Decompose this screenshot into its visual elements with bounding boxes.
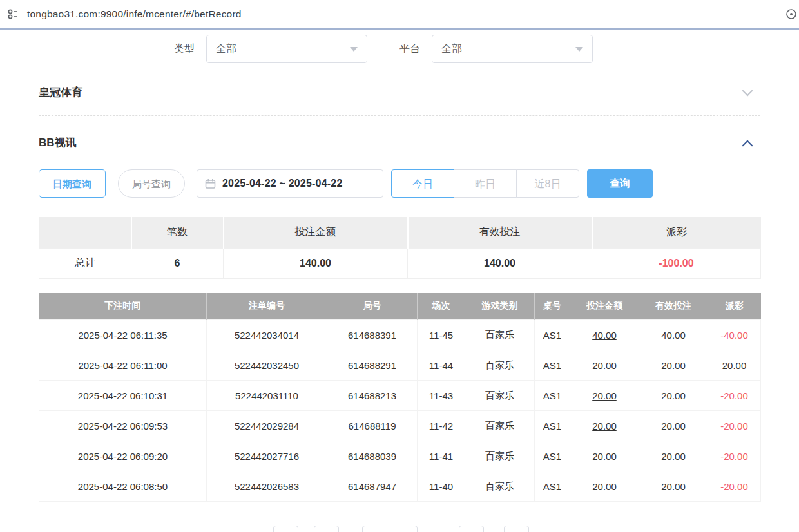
cell-order-id: 522442034014 xyxy=(207,320,327,350)
cell-order-id: 522442026583 xyxy=(207,471,327,502)
cell-round-id: 614688291 xyxy=(327,350,418,381)
cell-game-type: 百家乐 xyxy=(465,320,535,350)
platform-select-value: 全部 xyxy=(441,43,462,56)
quick-yesterday-button[interactable]: 昨日 xyxy=(454,169,517,198)
search-button[interactable]: 查询 xyxy=(587,169,653,198)
cell-payout: -20.00 xyxy=(708,441,761,471)
browser-address-bar: tongbao31.com:9900/infe/mcenter/#/betRec… xyxy=(0,0,799,30)
url-text[interactable]: tongbao31.com:9900/infe/mcenter/#/betRec… xyxy=(27,8,777,20)
type-select-value: 全部 xyxy=(216,43,236,56)
date-query-tab[interactable]: 日期查询 xyxy=(39,169,106,198)
summary-bet-amount-value: 140.00 xyxy=(224,248,408,278)
cell-order-id: 522442029284 xyxy=(207,411,327,441)
summary-header-blank xyxy=(39,217,131,248)
calendar-icon xyxy=(205,178,216,189)
cell-bet-amount[interactable]: 20.00 xyxy=(570,441,639,471)
browser-extension-icon[interactable] xyxy=(785,8,798,21)
pagination-prev-button[interactable] xyxy=(314,526,339,532)
section-crown-sports-title: 皇冠体育 xyxy=(39,85,82,100)
cell-session: 11-44 xyxy=(418,350,465,381)
cell-session: 11-43 xyxy=(418,381,465,411)
quick-today-button[interactable]: 今日 xyxy=(391,169,454,198)
pagination-first-button[interactable] xyxy=(273,526,298,532)
cell-valid-bet: 20.00 xyxy=(639,381,708,411)
bet-table-column-header: 注单编号 xyxy=(207,293,327,320)
browser-tabs-icon[interactable] xyxy=(6,8,19,21)
chevron-up-icon[interactable] xyxy=(742,140,753,151)
cell-bet-amount[interactable]: 20.00 xyxy=(570,381,639,411)
bet-table-column-header: 场次 xyxy=(418,293,465,320)
cell-table-id: AS1 xyxy=(535,381,570,411)
cell-round-id: 614688119 xyxy=(327,411,418,441)
cell-bet-time: 2025-04-22 06:09:20 xyxy=(39,441,207,471)
chevron-down-icon xyxy=(350,47,358,52)
summary-header-valid-bet: 有效投注 xyxy=(408,217,592,248)
round-query-tab[interactable]: 局号查询 xyxy=(118,169,185,198)
section-bb-video[interactable]: BB视讯 xyxy=(39,135,760,150)
cell-payout: 20.00 xyxy=(708,350,761,381)
type-filter-label: 类型 xyxy=(174,43,195,56)
bet-table-row: 2025-04-22 06:09:53522442029284614688119… xyxy=(39,411,761,441)
cell-valid-bet: 20.00 xyxy=(639,441,708,471)
cell-bet-amount[interactable]: 20.00 xyxy=(570,471,639,502)
summary-header-count: 笔数 xyxy=(131,217,224,248)
cell-table-id: AS1 xyxy=(535,441,570,471)
cell-payout: -20.00 xyxy=(708,471,761,502)
cell-valid-bet: 20.00 xyxy=(639,411,708,441)
bet-table-row: 2025-04-22 06:09:20522442027716614688039… xyxy=(39,441,761,471)
quick-last8days-button[interactable]: 近8日 xyxy=(516,169,579,198)
cell-payout: -20.00 xyxy=(708,381,761,411)
section-bb-video-title: BB视讯 xyxy=(39,135,77,150)
pagination-next-button[interactable] xyxy=(459,526,484,532)
date-range-input[interactable]: 2025-04-22 ~ 2025-04-22 xyxy=(197,169,383,198)
cell-session: 11-45 xyxy=(418,320,465,350)
pagination-last-button[interactable] xyxy=(504,526,529,532)
cell-bet-time: 2025-04-22 06:11:00 xyxy=(39,350,207,381)
cell-bet-time: 2025-04-22 06:10:31 xyxy=(39,381,207,411)
bet-table-body: 2025-04-22 06:11:35522442034014614688391… xyxy=(39,320,761,502)
cell-bet-time: 2025-04-22 06:08:50 xyxy=(39,471,207,502)
bet-table-row: 2025-04-22 06:08:50522442026583614687947… xyxy=(39,471,761,502)
pagination-pager[interactable] xyxy=(362,526,418,532)
cell-game-type: 百家乐 xyxy=(465,441,535,471)
bet-record-page: 类型 全部 平台 全部 皇冠体育 BB视讯 日期查询 局号查询 xyxy=(0,35,799,532)
cell-bet-amount[interactable]: 20.00 xyxy=(570,411,639,441)
bet-record-table: 下注时间注单编号局号场次游戏类别桌号投注金额有效投注派彩 2025-04-22 … xyxy=(39,293,761,502)
cell-table-id: AS1 xyxy=(535,411,570,441)
cell-table-id: AS1 xyxy=(535,320,570,350)
date-range-value: 2025-04-22 ~ 2025-04-22 xyxy=(222,178,343,189)
platform-filter-label: 平台 xyxy=(400,43,420,56)
cell-session: 11-42 xyxy=(418,411,465,441)
cell-game-type: 百家乐 xyxy=(465,381,535,411)
cell-round-id: 614688391 xyxy=(327,320,418,350)
platform-select[interactable]: 全部 xyxy=(432,35,593,63)
bet-table-column-header: 派彩 xyxy=(708,293,761,320)
bet-table-row: 2025-04-22 06:11:00522442032450614688291… xyxy=(39,350,761,381)
cell-table-id: AS1 xyxy=(535,350,570,381)
type-select[interactable]: 全部 xyxy=(206,35,367,63)
bet-table-header-row: 下注时间注单编号局号场次游戏类别桌号投注金额有效投注派彩 xyxy=(39,293,761,320)
section-crown-sports[interactable]: 皇冠体育 xyxy=(39,85,760,100)
cell-round-id: 614687947 xyxy=(327,471,418,502)
cell-payout: -20.00 xyxy=(708,411,761,441)
chevron-down-icon xyxy=(575,47,583,52)
summary-header-payout: 派彩 xyxy=(592,217,761,248)
summary-count-value: 6 xyxy=(131,248,224,278)
cell-payout: -40.00 xyxy=(708,320,761,350)
cell-game-type: 百家乐 xyxy=(465,411,535,441)
cell-session: 11-40 xyxy=(418,471,465,502)
cell-bet-amount[interactable]: 40.00 xyxy=(570,320,639,350)
cell-bet-time: 2025-04-22 06:11:35 xyxy=(39,320,207,350)
bet-table-column-header: 下注时间 xyxy=(39,293,207,320)
filter-row: 类型 全部 平台 全部 xyxy=(39,35,760,63)
cell-table-id: AS1 xyxy=(535,471,570,502)
cell-game-type: 百家乐 xyxy=(465,471,535,502)
bet-table-column-header: 游戏类别 xyxy=(465,293,535,320)
chevron-down-icon[interactable] xyxy=(742,85,753,96)
query-toolbar: 日期查询 局号查询 2025-04-22 ~ 2025-04-22 今日 昨日 … xyxy=(39,169,760,198)
summary-total-row: 总计 6 140.00 140.00 -100.00 xyxy=(39,248,761,278)
bet-table-column-header: 投注金额 xyxy=(570,293,639,320)
summary-header-bet-amount: 投注金额 xyxy=(224,217,408,248)
cell-bet-amount[interactable]: 20.00 xyxy=(570,350,639,381)
cell-game-type: 百家乐 xyxy=(465,350,535,381)
